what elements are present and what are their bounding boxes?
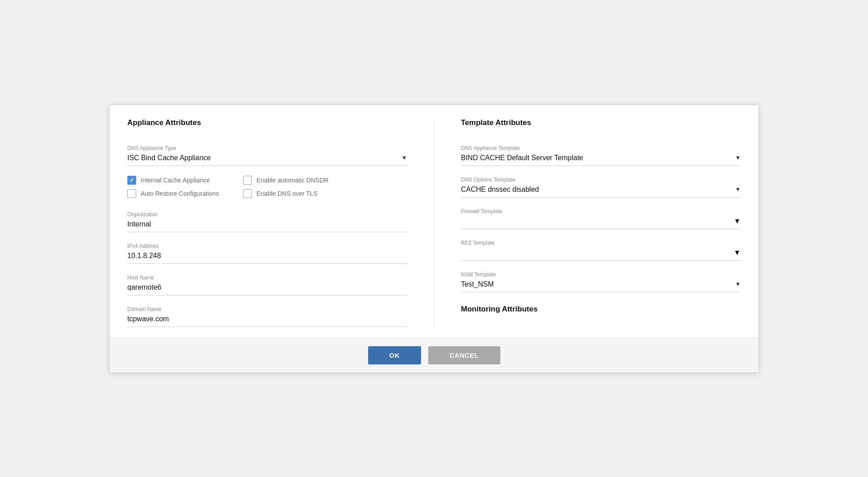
internal-cache-checkbox[interactable] [127, 176, 136, 185]
firewall-select[interactable]: ▼ [461, 217, 741, 229]
monitoring-attributes-title: Monitoring Attributes [461, 305, 741, 314]
dns-appliance-template-arrow-icon: ▼ [735, 154, 741, 161]
domain-label: Domain Name [127, 306, 407, 312]
column-divider [434, 118, 434, 329]
dns-appliance-type-select[interactable]: ISC Bind Cache Appliance ▼ [127, 154, 407, 166]
dns-appliance-type-arrow-icon: ▼ [402, 154, 407, 161]
dns-appliance-template-value: BIND CACHE Default Server Template [461, 154, 732, 162]
enable-tls-label: Enable DNS over TLS [256, 190, 317, 197]
nsm-select[interactable]: Test_NSM ▼ [461, 280, 741, 292]
dns-options-arrow-icon: ▼ [735, 186, 741, 193]
ok-button[interactable]: OK [368, 346, 422, 364]
left-column: Appliance Attributes DNS Appliance Type … [127, 118, 407, 329]
dns-appliance-type-label: DNS Appliance Type [127, 145, 407, 151]
auto-restore-label: Auto Restore Configurations [141, 190, 219, 197]
checkbox-enable-dnsdr[interactable]: Enable automatic DNSDR [243, 176, 341, 185]
checkbox-auto-restore[interactable]: Auto Restore Configurations [127, 189, 225, 198]
enable-dnsdr-checkbox[interactable] [243, 176, 252, 185]
checkbox-area: Internal Cache Appliance Enable automati… [127, 176, 407, 198]
appliance-attributes-title: Appliance Attributes [127, 118, 407, 127]
enable-dnsdr-label: Enable automatic DNSDR [256, 177, 329, 184]
dns-appliance-template-select[interactable]: BIND CACHE Default Server Template ▼ [461, 154, 741, 166]
checkbox-internal-cache[interactable]: Internal Cache Appliance [127, 176, 225, 185]
dns-options-label: DNS Options Template [461, 177, 741, 183]
cancel-button[interactable]: CANCEL [428, 346, 500, 364]
nsm-label: NSM Template [461, 271, 741, 278]
hostname-label: Host Name [127, 275, 407, 281]
firewall-label: Firewall Template [461, 208, 741, 214]
nsm-arrow-icon: ▼ [735, 281, 741, 287]
checkbox-enable-tls[interactable]: Enable DNS over TLS [243, 189, 341, 198]
ipv4-value: 10.1.8.248 [127, 252, 407, 264]
organization-label: Organization [127, 211, 407, 218]
dialog-body: Appliance Attributes DNS Appliance Type … [110, 105, 758, 338]
ipv4-label: IPv4 Address [127, 243, 407, 249]
rpz-arrow-icon: ▼ [734, 249, 741, 257]
enable-tls-checkbox[interactable] [243, 189, 252, 198]
right-column: Template Attributes DNS Appliance Templa… [461, 118, 741, 329]
firewall-arrow-icon: ▼ [734, 217, 741, 225]
dns-options-select[interactable]: CACHE dnssec disabled ▼ [461, 186, 741, 198]
rpz-select[interactable]: ▼ [461, 249, 741, 261]
dns-appliance-type-value: ISC Bind Cache Appliance [127, 154, 398, 162]
template-attributes-title: Template Attributes [461, 118, 741, 127]
domain-value: tcpwave.com [127, 315, 407, 327]
internal-cache-label: Internal Cache Appliance [141, 177, 210, 184]
rpz-label: RPZ Template [461, 240, 741, 246]
organization-value: Internal [127, 220, 407, 232]
nsm-value: Test_NSM [461, 280, 732, 288]
dns-appliance-template-label: DNS Appliance Template [461, 145, 741, 151]
dns-options-value: CACHE dnssec disabled [461, 186, 732, 194]
auto-restore-checkbox[interactable] [127, 189, 136, 198]
dialog-footer: OK CANCEL [110, 338, 758, 372]
hostname-value: qaremote6 [127, 283, 407, 295]
main-dialog: Appliance Attributes DNS Appliance Type … [109, 105, 759, 373]
